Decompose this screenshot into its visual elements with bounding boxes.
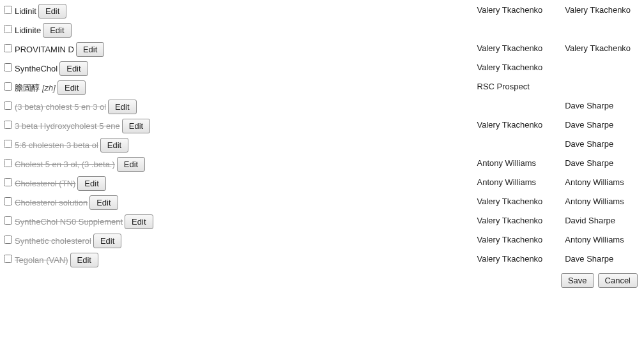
synonym-name: PROVITAMIN D bbox=[15, 45, 75, 54]
edit-button[interactable]: Edit bbox=[122, 119, 150, 133]
reviewer-name: Dave Sharpe bbox=[565, 117, 641, 130]
reviewer-name: Dave Sharpe bbox=[565, 98, 641, 110]
row-checkbox[interactable] bbox=[4, 159, 12, 167]
row-left: (3 beta) cholest 5 en 3 olEdit bbox=[4, 98, 477, 114]
row-checkbox[interactable] bbox=[4, 140, 12, 148]
row-checkbox[interactable] bbox=[4, 121, 12, 129]
edit-button[interactable]: Edit bbox=[108, 100, 136, 114]
table-row: Cholest 5 en 3 ol, (3 .beta.)EditAntony … bbox=[4, 156, 641, 174]
submitter-name bbox=[477, 22, 565, 24]
row-left: Cholesterol solutionEdit bbox=[4, 194, 477, 210]
table-row: SyntheCholEditValery Tkachenko bbox=[4, 60, 641, 78]
synonym-name: Cholest 5 en 3 ol, (3 .beta.) bbox=[15, 160, 116, 169]
edit-button[interactable]: Edit bbox=[100, 138, 128, 153]
submitter-name: Valery Tkachenko bbox=[477, 213, 565, 225]
row-left: PROVITAMIN DEdit bbox=[4, 41, 477, 57]
reviewer-name: Dave Sharpe bbox=[565, 251, 641, 264]
submitter-name: Valery Tkachenko bbox=[477, 251, 565, 264]
save-button[interactable]: Save bbox=[561, 273, 594, 288]
table-row: 膽固醇[zh]EditRSC Prospect bbox=[4, 79, 641, 97]
synonym-name: 膽固醇 bbox=[15, 82, 41, 94]
row-checkbox[interactable] bbox=[4, 63, 12, 71]
table-row: LidinitEditValery TkachenkoValery Tkache… bbox=[4, 3, 641, 20]
row-left: LidinitEdit bbox=[4, 3, 477, 19]
submitter-name: Antony Williams bbox=[477, 156, 565, 168]
row-left: Cholesterol (TN)Edit bbox=[4, 175, 477, 191]
synonym-name: 3 beta Hydroxycholest 5 ene bbox=[15, 121, 121, 131]
submitter-name: Valery Tkachenko bbox=[477, 117, 565, 130]
footer-actions: Save Cancel bbox=[4, 271, 641, 289]
edit-button[interactable]: Edit bbox=[57, 80, 86, 95]
synonym-name: Synthetic cholesterol bbox=[15, 236, 93, 246]
table-row: Tegolan (VAN)EditValery TkachenkoDave Sh… bbox=[4, 251, 641, 269]
reviewer-name bbox=[565, 79, 641, 82]
row-left: 5:6 cholesten 3 beta olEdit bbox=[4, 137, 477, 153]
row-checkbox[interactable] bbox=[4, 178, 12, 186]
synonym-name: Tegolan (VAN) bbox=[15, 255, 70, 265]
submitter-name: Valery Tkachenko bbox=[477, 194, 565, 206]
edit-button[interactable]: Edit bbox=[93, 234, 121, 248]
table-row: PROVITAMIN DEditValery TkachenkoValery T… bbox=[4, 41, 641, 59]
reviewer-name: Dave Sharpe bbox=[565, 137, 641, 149]
row-left: 3 beta Hydroxycholest 5 eneEdit bbox=[4, 117, 477, 133]
reviewer-name: Antony Williams bbox=[565, 232, 641, 244]
edit-button[interactable]: Edit bbox=[43, 23, 71, 38]
edit-button[interactable]: Edit bbox=[59, 61, 88, 76]
table-row: 3 beta Hydroxycholest 5 eneEditValery Tk… bbox=[4, 117, 641, 135]
submitter-name: Valery Tkachenko bbox=[477, 41, 565, 53]
row-left: Synthetic cholesterolEdit bbox=[4, 232, 477, 248]
cancel-button[interactable]: Cancel bbox=[598, 273, 638, 288]
row-left: 膽固醇[zh]Edit bbox=[4, 79, 477, 95]
synonym-lang: [zh] bbox=[41, 83, 57, 93]
row-checkbox[interactable] bbox=[4, 25, 12, 33]
row-checkbox[interactable] bbox=[4, 255, 12, 263]
submitter-name bbox=[477, 137, 565, 139]
synonym-name: Lidinit bbox=[15, 6, 38, 16]
row-checkbox[interactable] bbox=[4, 197, 12, 205]
synonym-name: SyntheChol bbox=[15, 64, 59, 73]
row-left: Tegolan (VAN)Edit bbox=[4, 251, 477, 267]
table-row: Cholesterol (TN)EditAntony WilliamsAnton… bbox=[4, 175, 641, 193]
reviewer-name bbox=[565, 22, 641, 24]
row-left: SyntheCholEdit bbox=[4, 60, 477, 76]
reviewer-name: David Sharpe bbox=[565, 213, 641, 225]
synonym-name: Lidinite bbox=[15, 26, 42, 35]
submitter-name: RSC Prospect bbox=[477, 79, 565, 91]
table-row: 5:6 cholesten 3 beta olEditDave Sharpe bbox=[4, 137, 641, 154]
row-checkbox[interactable] bbox=[4, 101, 12, 110]
synonyms-table: LidinitEditValery TkachenkoValery Tkache… bbox=[0, 0, 644, 294]
synonym-name: Cholesterol solution bbox=[15, 198, 89, 207]
submitter-name: Valery Tkachenko bbox=[477, 60, 565, 72]
synonym-name: (3 beta) cholest 5 en 3 ol bbox=[15, 102, 107, 112]
table-row: Synthetic cholesterolEditValery Tkachenk… bbox=[4, 232, 641, 250]
submitter-name: Antony Williams bbox=[477, 175, 565, 187]
table-row: Cholesterol solutionEditValery Tkachenko… bbox=[4, 194, 641, 212]
row-left: Cholest 5 en 3 ol, (3 .beta.)Edit bbox=[4, 156, 477, 172]
table-row: LidiniteEdit bbox=[4, 22, 641, 40]
edit-button[interactable]: Edit bbox=[89, 195, 118, 210]
row-checkbox[interactable] bbox=[4, 235, 12, 244]
submitter-name: Valery Tkachenko bbox=[477, 3, 565, 15]
synonym-name: 5:6 cholesten 3 beta ol bbox=[15, 140, 100, 150]
edit-button[interactable]: Edit bbox=[77, 176, 105, 191]
reviewer-name: Antony Williams bbox=[565, 194, 641, 206]
row-left: LidiniteEdit bbox=[4, 22, 477, 38]
row-left: SyntheChol NS0 SupplementEdit bbox=[4, 213, 477, 229]
synonym-name: Cholesterol (TN) bbox=[15, 179, 77, 188]
row-checkbox[interactable] bbox=[4, 82, 12, 91]
edit-button[interactable]: Edit bbox=[76, 42, 104, 57]
reviewer-name bbox=[565, 60, 641, 63]
table-row: SyntheChol NS0 SupplementEditValery Tkac… bbox=[4, 213, 641, 231]
edit-button[interactable]: Edit bbox=[117, 157, 145, 172]
submitter-name bbox=[477, 98, 565, 101]
reviewer-name: Antony Williams bbox=[565, 175, 641, 187]
row-checkbox[interactable] bbox=[4, 216, 12, 225]
edit-button[interactable]: Edit bbox=[125, 214, 153, 229]
edit-button[interactable]: Edit bbox=[38, 4, 66, 19]
row-checkbox[interactable] bbox=[4, 6, 12, 14]
submitter-name: Valery Tkachenko bbox=[477, 232, 565, 244]
row-checkbox[interactable] bbox=[4, 44, 12, 52]
synonym-name: SyntheChol NS0 Supplement bbox=[15, 217, 124, 227]
table-row: (3 beta) cholest 5 en 3 olEditDave Sharp… bbox=[4, 98, 641, 116]
edit-button[interactable]: Edit bbox=[70, 253, 98, 267]
